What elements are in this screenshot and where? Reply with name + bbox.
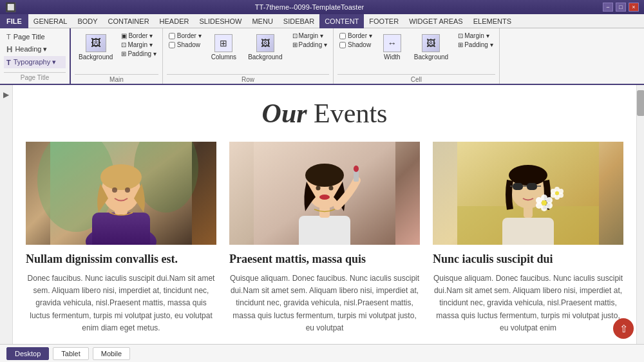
background-button-cell[interactable]: 🖼 Background <box>410 32 452 63</box>
minimize-button[interactable]: − <box>603 3 613 12</box>
events-grid: Nullam dignissim convallis est. Donec fa… <box>26 142 623 334</box>
svg-point-44 <box>555 191 559 195</box>
event-text-1: Donec faucibus. Nunc iaculis suscipit du… <box>26 272 216 334</box>
svg-point-19 <box>354 166 359 172</box>
svg-rect-11 <box>299 216 350 245</box>
tab-body[interactable]: BODY <box>72 14 102 28</box>
main-canvas: Our Events <box>13 85 636 344</box>
columns-icon: ⊞ <box>214 34 232 52</box>
tab-widget-areas[interactable]: WIDGET AREAS <box>404 14 468 28</box>
svg-rect-22 <box>502 218 554 245</box>
title-bar: 🔲 TT-7theme--0099-TemplateToaster − □ × <box>0 0 644 14</box>
svg-point-43 <box>551 189 556 194</box>
tab-container[interactable]: CONTAINER <box>103 14 155 28</box>
width-button[interactable]: ↔ Width <box>378 32 406 63</box>
tablet-tab[interactable]: Tablet <box>53 347 88 360</box>
svg-rect-27 <box>527 183 537 190</box>
border-checkbox-row[interactable]: Border ▾ <box>167 32 204 40</box>
restore-button[interactable]: □ <box>616 3 626 12</box>
desktop-tab[interactable]: Desktop <box>6 347 49 360</box>
background-icon: 🖼 <box>86 34 106 52</box>
event-card-3: Nunc iaculis suscipit dui Quisque aliqua… <box>433 142 623 334</box>
group-label-main: Main <box>75 74 158 84</box>
svg-point-17 <box>319 195 330 200</box>
event-text-3: Quisque aliquam. Donec faucibus. Nunc ia… <box>433 272 623 334</box>
margin-button-row[interactable]: ⊡ Margin ▾ <box>290 32 329 40</box>
tab-general[interactable]: GENERAL <box>28 14 73 28</box>
left-panel-heading[interactable]: H Heading ▾ <box>4 43 66 56</box>
scroll-thumb[interactable] <box>637 90 644 116</box>
columns-button[interactable]: ⊞ Columns <box>207 32 240 63</box>
group-label-row: Row <box>167 74 329 84</box>
tab-content[interactable]: CONTENT <box>319 14 364 28</box>
event-image-3 <box>433 142 623 245</box>
padding-button-row[interactable]: ⊞ Padding ▾ <box>290 41 329 49</box>
left-panel-typography[interactable]: T Typography ▾ <box>4 56 66 68</box>
margin-button-cell[interactable]: ⊡ Margin ▾ <box>456 32 495 40</box>
shadow-checkbox-row[interactable]: Shadow <box>167 41 204 49</box>
event-image-1 <box>26 142 216 245</box>
event-image-2 <box>229 142 420 245</box>
border-checkbox-cell[interactable]: Border ▾ <box>337 32 374 40</box>
status-bar: Desktop Tablet Mobile <box>0 344 644 362</box>
svg-point-36 <box>536 197 542 204</box>
svg-point-9 <box>125 187 130 193</box>
close-button[interactable]: × <box>629 3 639 12</box>
event-title-3: Nunc iaculis suscipit dui <box>433 252 623 266</box>
shadow-checkbox-cell[interactable]: Shadow <box>337 41 374 49</box>
padding-button-cell[interactable]: ⊞ Padding ▾ <box>456 41 495 49</box>
main-small-controls: ▣ Border ▾ ⊡ Margin ▾ ⊞ Padding ▾ <box>119 32 158 58</box>
ribbon-group-cell: Border ▾ Shadow ↔ Width 🖼 Background <box>334 28 500 84</box>
window-title: TT-7theme--0099-TemplateToaster <box>16 3 603 11</box>
row-check-controls: Border ▾ Shadow <box>167 32 204 49</box>
mobile-tab[interactable]: Mobile <box>93 347 130 360</box>
svg-point-16 <box>329 186 334 191</box>
window-controls: − □ × <box>603 3 639 12</box>
background-button-main[interactable]: 🖼 Background <box>75 32 117 63</box>
file-menu[interactable]: FILE <box>0 14 28 28</box>
ribbon-group-main: 🖼 Background ▣ Border ▾ ⊡ Margin ▾ ⊞ Pad… <box>71 28 163 84</box>
border-button-main[interactable]: ▣ Border ▾ <box>119 32 158 40</box>
tab-slideshow[interactable]: SLIDESHOW <box>194 14 247 28</box>
tab-menu[interactable]: MENU <box>247 14 278 28</box>
side-arrow-icon[interactable]: ▶ <box>3 90 9 99</box>
margin-button-main[interactable]: ⊡ Margin ▾ <box>119 41 158 49</box>
tab-header[interactable]: HEADER <box>155 14 194 28</box>
width-icon: ↔ <box>383 34 401 52</box>
tab-sidebar[interactable]: SIDEBAR <box>278 14 319 28</box>
svg-point-15 <box>316 186 321 191</box>
svg-rect-26 <box>513 183 523 190</box>
ribbon-group-row: Border ▾ Shadow ⊞ Columns 🖼 Background <box>163 28 334 84</box>
event-card-2: Praesent mattis, massa quis Quisque aliq… <box>229 142 420 334</box>
svg-point-7 <box>100 164 142 190</box>
padding-button-main[interactable]: ⊞ Padding ▾ <box>119 50 158 58</box>
scroll-to-top-button[interactable]: ⇧ <box>613 318 634 339</box>
group-label-cell: Cell <box>337 74 495 84</box>
background-button-row[interactable]: 🖼 Background <box>244 32 286 63</box>
right-scrollbar[interactable] <box>636 85 644 344</box>
svg-point-8 <box>112 187 117 193</box>
event-title-1: Nullam dignissim convallis est. <box>26 252 216 266</box>
background-icon-cell: 🖼 <box>422 34 440 52</box>
background-icon-row: 🖼 <box>256 34 274 52</box>
svg-point-25 <box>509 165 547 186</box>
cell-margin-padding: ⊡ Margin ▾ ⊞ Padding ▾ <box>456 32 495 49</box>
side-panel[interactable]: ▶ <box>0 85 13 344</box>
event-card-1: Nullam dignissim convallis est. Donec fa… <box>26 142 216 334</box>
tab-footer[interactable]: FOOTER <box>364 14 404 28</box>
row-margin-padding: ⊡ Margin ▾ ⊞ Padding ▾ <box>290 32 329 49</box>
page-heading: Our Events <box>26 98 623 129</box>
event-text-2: Quisque aliquam. Donec faucibus. Nunc ia… <box>229 272 420 334</box>
tab-elements[interactable]: ELEMENTS <box>468 14 516 28</box>
svg-point-37 <box>542 200 547 205</box>
event-title-2: Praesent mattis, massa quis <box>229 252 420 266</box>
svg-rect-4 <box>92 213 150 245</box>
left-panel-page-title[interactable]: T Page Title <box>4 31 66 43</box>
left-panel-label: Page Title <box>4 72 66 81</box>
svg-point-14 <box>305 164 344 187</box>
cell-check-controls: Border ▾ Shadow <box>337 32 374 49</box>
